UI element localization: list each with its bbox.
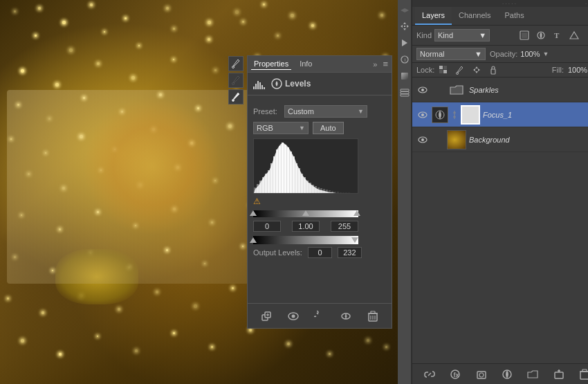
properties-tools: [228, 56, 244, 104]
layers-tab-group: Layers Channels Paths: [415, 7, 531, 25]
svg-point-90: [421, 89, 424, 91]
layer-item-background[interactable]: Background: [412, 127, 588, 152]
svg-point-45: [232, 100, 235, 102]
tab-layers[interactable]: Layers: [415, 7, 452, 25]
white-output-handle[interactable]: [351, 237, 358, 243]
svg-rect-3: [259, 82, 261, 89]
gripper-dots: · · · · ·: [502, 1, 516, 7]
panel-menu-icon[interactable]: ≡: [383, 59, 388, 69]
focus1-adjustment-icon: [432, 107, 448, 123]
properties-header: Properties Info » ≡: [248, 56, 392, 73]
view-previous-icon[interactable]: [337, 307, 355, 325]
layer-item-focus1[interactable]: Focus_1: [412, 102, 588, 127]
lock-label: Lock:: [416, 66, 434, 74]
output-black-field[interactable]: 0: [308, 247, 332, 258]
opacity-row: Opacity: 100% ▼: [490, 50, 549, 58]
add-mask-icon[interactable]: [472, 365, 490, 383]
output-label: Output Levels:: [253, 248, 302, 257]
svg-rect-73: [401, 89, 409, 91]
add-clip-icon[interactable]: [257, 307, 275, 325]
gripper-dots-right: · · · · ·: [585, 1, 588, 7]
svg-marker-84: [475, 66, 478, 68]
channel-dropdown[interactable]: RGB ▼: [253, 122, 309, 134]
bg-thumbnail: [447, 130, 466, 149]
focus1-visibility-icon[interactable]: [416, 109, 429, 121]
white-point-tool[interactable]: [228, 89, 244, 104]
svg-rect-5: [264, 87, 265, 89]
levels-histogram-icon: [253, 78, 268, 89]
warning-icon: ⚠: [253, 196, 261, 206]
auto-button[interactable]: Auto: [313, 122, 344, 134]
adjustment-filter-icon[interactable]: [534, 28, 548, 42]
svg-rect-82: [443, 70, 447, 73]
black-input-handle[interactable]: [250, 210, 257, 216]
lock-checkerboard-icon[interactable]: [439, 65, 448, 75]
svg-point-83: [457, 73, 459, 75]
vert-info-icon[interactable]: i: [398, 53, 412, 66]
tab-properties[interactable]: Properties: [251, 58, 291, 70]
fill-label: Fill:: [552, 66, 564, 74]
reset-icon[interactable]: [311, 307, 329, 325]
black-point-tool[interactable]: [228, 73, 244, 88]
svg-marker-65: [407, 25, 409, 28]
eyedropper-tool[interactable]: [228, 56, 244, 71]
blend-mode-dropdown[interactable]: Normal ▼: [416, 48, 486, 60]
right-side: ◀▶ i: [398, 0, 588, 384]
svg-rect-38: [340, 192, 342, 193]
sparkles-link-icon: [432, 84, 444, 96]
output-white-field[interactable]: 232: [338, 247, 362, 258]
layer-name-sparkles: Sparkles: [469, 86, 588, 94]
svg-rect-2: [257, 81, 259, 89]
blend-mode-arrow: ▼: [475, 50, 482, 58]
black-input-field[interactable]: 0: [253, 221, 281, 232]
svg-rect-80: [443, 66, 447, 69]
new-layer-icon[interactable]: [550, 365, 568, 383]
new-fill-adjustment-icon[interactable]: [498, 365, 516, 383]
svg-point-100: [479, 373, 484, 377]
delete-layer-icon[interactable]: [576, 365, 588, 383]
focus1-chain-icon: [451, 105, 458, 125]
svg-point-43: [232, 66, 235, 68]
bg-visibility-icon[interactable]: [416, 134, 429, 146]
svg-marker-86: [473, 68, 475, 71]
preset-dropdown[interactable]: Custom ▼: [284, 105, 367, 118]
white-input-field[interactable]: 255: [331, 221, 358, 232]
type-filter-icon[interactable]: T: [551, 28, 564, 42]
svg-rect-102: [555, 372, 563, 378]
expand-panel-icon[interactable]: »: [373, 60, 377, 68]
tab-channels[interactable]: Channels: [452, 7, 497, 25]
kind-dropdown[interactable]: Kind ▼: [434, 29, 490, 42]
svg-rect-105: [580, 372, 588, 379]
add-layer-style-icon[interactable]: fx: [446, 365, 464, 383]
svg-rect-71: [401, 94, 409, 96]
new-group-icon[interactable]: [524, 365, 542, 383]
lock-position-icon[interactable]: [472, 65, 481, 75]
vert-move-icon[interactable]: [398, 19, 412, 33]
delete-adjustment-icon[interactable]: [364, 307, 382, 325]
tab-info[interactable]: Info: [297, 58, 315, 70]
svg-point-44: [232, 83, 235, 85]
lock-brush-icon[interactable]: [455, 65, 465, 75]
canvas-area: Properties Info » ≡: [0, 0, 398, 384]
svg-rect-4: [261, 85, 263, 89]
svg-text:i: i: [404, 57, 405, 62]
vert-gradient-icon[interactable]: [398, 69, 412, 83]
lock-all-icon[interactable]: [488, 65, 498, 75]
layer-name-background: Background: [469, 136, 588, 144]
preset-label: Preset:: [253, 107, 284, 116]
black-output-handle[interactable]: [250, 237, 257, 243]
pixel-filter-icon[interactable]: [517, 28, 531, 42]
opacity-label: Opacity:: [490, 50, 517, 58]
svg-point-55: [345, 315, 347, 317]
mid-input-field[interactable]: 1.00: [292, 221, 320, 232]
vert-layers-icon[interactable]: [398, 86, 412, 100]
link-layers-icon[interactable]: [421, 365, 439, 383]
white-input-handle[interactable]: [353, 210, 360, 216]
vert-play-icon[interactable]: [398, 36, 412, 50]
visibility-toggle-icon[interactable]: [284, 307, 302, 325]
mid-input-handle[interactable]: [302, 210, 309, 216]
layer-item-sparkles[interactable]: Sparkles: [412, 77, 588, 102]
shape-filter-icon[interactable]: [567, 28, 581, 42]
sparkles-visibility-icon[interactable]: [416, 84, 429, 96]
tab-paths[interactable]: Paths: [498, 7, 531, 25]
